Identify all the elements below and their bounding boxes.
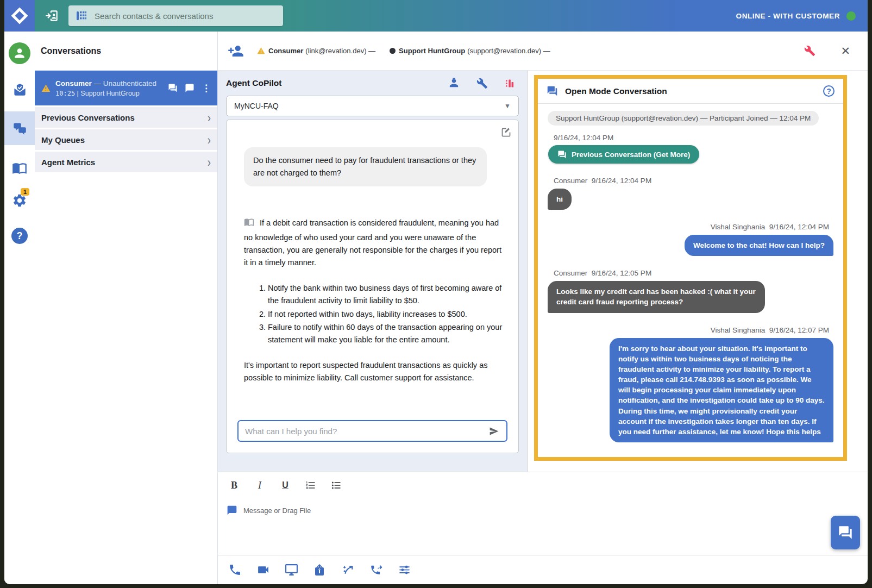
- nav-inbox-tasks[interactable]: [12, 83, 27, 97]
- participants-list: Consumer (link@revation.dev) — Support H…: [257, 47, 550, 55]
- screen-share-button[interactable]: [283, 562, 299, 578]
- message-group: Vishal Singhania 9/16/24, 12:04 PM Welco…: [548, 223, 833, 256]
- conversation-name: Consumer: [55, 79, 92, 87]
- knowledge-base-select[interactable]: MyNCU-FAQ ▼: [226, 96, 519, 116]
- copilot-search-input[interactable]: [245, 427, 488, 436]
- close-conversation-button[interactable]: ✕: [840, 45, 850, 57]
- status-online-dot: [846, 11, 856, 21]
- message-time: 9/16/24, 12:05 PM: [592, 269, 651, 277]
- copilot-answer: If a debit card transaction is considere…: [244, 217, 506, 384]
- diamond-logo-icon: [11, 7, 28, 24]
- message-bubble: hi: [548, 189, 572, 210]
- tools-alert-button[interactable]: [804, 45, 815, 57]
- voice-call-button[interactable]: [227, 562, 243, 578]
- sidebar-item-my-queues[interactable]: My Queues ›: [35, 129, 217, 150]
- share-file-button[interactable]: [311, 562, 328, 578]
- new-copilot-chat-button[interactable]: [500, 127, 512, 138]
- chat-icon: [227, 505, 237, 516]
- analytics-chart-icon[interactable]: [504, 78, 516, 89]
- bold-button[interactable]: B: [227, 479, 242, 492]
- send-icon[interactable]: [488, 426, 500, 437]
- chevron-right-icon: ›: [208, 111, 211, 124]
- search-bar[interactable]: [68, 5, 283, 26]
- more-options-icon[interactable]: ⋮: [202, 84, 211, 93]
- copilot-search-box[interactable]: [237, 420, 507, 442]
- open-mode-toggle-button[interactable]: [831, 516, 860, 549]
- numbered-list-button[interactable]: [303, 479, 318, 492]
- import-contacts-button[interactable]: [41, 5, 63, 27]
- book-icon: [12, 160, 27, 176]
- answer-step: If not reported within two days, liabili…: [268, 308, 506, 321]
- message-group: Consumer 9/16/24, 12:04 PM hi: [548, 177, 833, 210]
- open-mode-chat-icon: [557, 150, 567, 159]
- settings-sliders-button[interactable]: [396, 562, 412, 578]
- agent-status-label: ONLINE - WITH CUSTOMER: [736, 12, 840, 20]
- nav-settings[interactable]: 1: [12, 193, 27, 208]
- chevron-right-icon: ›: [208, 155, 211, 169]
- message-group: Vishal Singhania 9/16/24, 12:07 PM I'm s…: [548, 326, 833, 442]
- underline-button[interactable]: U: [278, 479, 293, 492]
- search-input[interactable]: [95, 11, 277, 21]
- conversations-title: Conversations: [41, 46, 101, 56]
- open-mode-title: Open Mode Conversation: [565, 86, 823, 96]
- section-label: Previous Conversations: [41, 113, 208, 122]
- message-time: 9/16/24, 12:07 PM: [769, 326, 829, 334]
- nav-help[interactable]: ?: [11, 228, 28, 244]
- open-mode-chat-icon: [547, 85, 558, 97]
- user-avatar[interactable]: [9, 42, 30, 64]
- knowledge-source-icon: [244, 217, 254, 231]
- message-sender: Vishal Singhania: [711, 223, 765, 231]
- message-input-area[interactable]: Message or Drag File: [218, 505, 868, 516]
- agent-profile-icon[interactable]: [448, 77, 460, 90]
- conversation-item-selected[interactable]: Consumer — Unauthenticated 10:25 | Suppo…: [35, 71, 217, 105]
- message-time: 9/16/24, 12:04 PM: [592, 177, 651, 185]
- open-mode-messages: Support HuntGroup (support@revation.dev)…: [538, 104, 843, 457]
- copilot-conversation: Do the consumer need to pay for fraudule…: [226, 120, 519, 453]
- conversations-header: Conversations: [35, 32, 217, 71]
- open-mode-column: Open Mode Conversation ? Support HuntGro…: [528, 71, 868, 472]
- ai-assist-button[interactable]: [340, 562, 356, 578]
- add-participant-button[interactable]: [228, 43, 244, 59]
- transfer-call-button[interactable]: [368, 562, 384, 578]
- participant-support-name: Support HuntGroup: [399, 47, 465, 55]
- section-label: My Queues: [41, 135, 208, 145]
- contact-import-icon: [45, 9, 59, 23]
- message-sender: Vishal Singhania: [711, 326, 765, 334]
- section-label: Agent Metrics: [41, 158, 208, 167]
- nav-conversations[interactable]: [4, 111, 35, 145]
- sidebar-item-agent-metrics[interactable]: Agent Metrics ›: [35, 152, 217, 172]
- knowledge-base-value: MyNCU-FAQ: [234, 102, 504, 110]
- conversation-auth-status: — Unauthenticated: [94, 79, 157, 87]
- open-mode-chat-icon[interactable]: [168, 83, 178, 93]
- conversation-header: Consumer (link@revation.dev) — Support H…: [218, 32, 868, 71]
- copilot-tools-icon[interactable]: [476, 78, 488, 89]
- answer-step: Notify the bank within two business days…: [268, 282, 506, 307]
- bulleted-list-button[interactable]: [329, 479, 344, 492]
- message-group: Consumer 9/16/24, 12:05 PM Looks like my…: [548, 269, 833, 312]
- chat-icon[interactable]: [185, 83, 195, 93]
- nav-knowledge-base[interactable]: [12, 160, 27, 176]
- agent-status[interactable]: ONLINE - WITH CUSTOMER: [736, 11, 856, 21]
- call-actions-toolbar: [218, 555, 868, 584]
- open-mode-header: Open Mode Conversation ?: [538, 79, 843, 104]
- settings-badge: 1: [21, 188, 29, 196]
- chevron-right-icon: ›: [208, 133, 211, 147]
- copilot-title: Agent CoPilot: [226, 78, 448, 88]
- system-event-pill: Support HuntGroup (support@revation.dev)…: [548, 111, 819, 126]
- warning-icon: [41, 84, 51, 93]
- previous-conversation-button[interactable]: Previous Conversation (Get More): [548, 145, 699, 164]
- copilot-answer-outro: It's important to report suspected fraud…: [244, 359, 506, 384]
- answer-step: Failure to notify within 60 days of the …: [268, 321, 506, 346]
- dialpad-icon: [75, 9, 88, 22]
- app-logo: [4, 0, 35, 32]
- sidebar-item-previous-conversations[interactable]: Previous Conversations ›: [35, 107, 217, 128]
- copilot-user-question: Do the consumer need to pay for fraudule…: [244, 147, 487, 186]
- warning-icon: [257, 47, 265, 55]
- copilot-answer-intro: If a debit card transaction is considere…: [244, 218, 501, 267]
- video-call-button[interactable]: [255, 562, 271, 578]
- italic-button[interactable]: I: [252, 479, 267, 492]
- conversation-timer: 10:25: [55, 90, 75, 97]
- message-bubble: I'm sorry to hear about your situation. …: [610, 338, 833, 442]
- session-timestamp: 9/16/24, 12:04 PM: [554, 134, 833, 142]
- help-outline-icon[interactable]: ?: [823, 85, 835, 97]
